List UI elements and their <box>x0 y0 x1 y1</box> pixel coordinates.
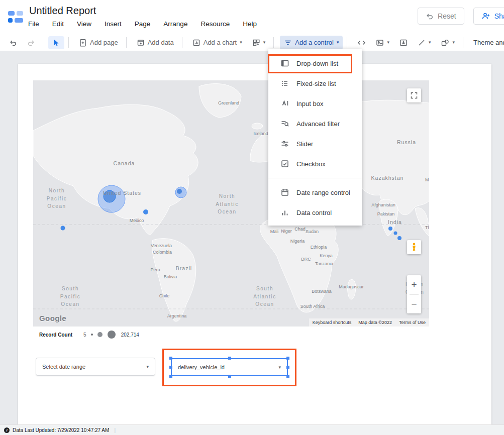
selection-handle[interactable] <box>286 375 289 378</box>
menu-edit[interactable]: Edit <box>52 20 64 28</box>
selection-handle[interactable] <box>228 357 231 360</box>
chevron-down-icon: ▾ <box>337 40 339 45</box>
legend-min-value: 5 <box>83 332 86 338</box>
menu-item-fixed-size-list[interactable]: Fixed-size list <box>268 73 362 93</box>
chevron-down-icon: ▾ <box>263 40 266 45</box>
select-cursor-tool[interactable] <box>48 36 64 49</box>
menu-help[interactable]: Help <box>243 20 257 28</box>
date-range-control[interactable]: Select date range ▾ <box>36 358 155 376</box>
reset-button[interactable]: Reset <box>418 8 464 25</box>
menu-item-label: Checkbox <box>296 160 326 168</box>
person-add-icon <box>481 12 490 21</box>
chevron-down-icon: ▾ <box>146 365 149 369</box>
menu-arrange[interactable]: Arrange <box>163 20 187 28</box>
menu-item-date-range-control[interactable]: Date range control <box>268 182 362 202</box>
embed-code-button[interactable] <box>353 36 370 49</box>
menubar: File Edit View Insert Page Arrange Resou… <box>28 20 257 28</box>
menu-item-advanced-filter[interactable]: Advanced filter <box>268 114 362 134</box>
header-actions: Reset Share <box>418 8 504 25</box>
selection-handle[interactable] <box>286 357 289 360</box>
toolbar-separator <box>126 37 127 48</box>
add-data-button[interactable]: Add data <box>133 36 178 49</box>
menu-item-label: Drop-down list <box>296 60 338 67</box>
menu-item-label: Advanced filter <box>296 120 340 128</box>
shape-button[interactable]: ▾ <box>437 36 459 49</box>
report-canvas[interactable]: Greenland Iceland Russia Canada United S… <box>0 51 504 424</box>
zoom-control: + − <box>407 275 421 313</box>
geo-bubble-map[interactable]: Greenland Iceland Russia Canada United S… <box>33 80 429 327</box>
menu-item-input-box[interactable]: Input box <box>268 93 362 114</box>
toolbar-separator <box>273 37 274 48</box>
menu-resource[interactable]: Resource <box>200 20 230 28</box>
image-icon <box>376 39 384 47</box>
last-updated-text: Data Last Updated: 7/29/2022 10:47:27 AM <box>13 427 109 433</box>
line-icon <box>418 39 426 47</box>
redo-button[interactable] <box>23 36 39 49</box>
advanced-filter-icon <box>280 119 289 128</box>
terms-of-use-link[interactable]: Terms of Use <box>395 318 429 327</box>
menu-insert[interactable]: Insert <box>105 20 122 28</box>
add-page-button[interactable]: Add page <box>75 36 122 49</box>
share-label: Share <box>494 12 504 20</box>
menu-item-label: Data control <box>296 209 332 216</box>
report-title[interactable]: Untitled Report <box>29 5 96 17</box>
chevron-down-icon: ▾ <box>278 365 281 370</box>
selection-handle[interactable] <box>169 357 172 360</box>
selected-control-wrapper: delivery_vehicle_id ▾ <box>171 358 288 376</box>
vehicle-id-dropdown-control[interactable]: delivery_vehicle_id ▾ <box>171 358 288 376</box>
selection-handle[interactable] <box>169 366 172 369</box>
zoom-out-button[interactable]: − <box>407 295 421 314</box>
undo-button[interactable] <box>5 36 21 49</box>
line-button[interactable]: ▾ <box>414 36 435 49</box>
chevron-down-icon: ▾ <box>452 40 455 45</box>
shape-icon <box>441 39 449 47</box>
data-freshness-info-icon: i <box>4 427 10 433</box>
reset-label: Reset <box>438 12 456 20</box>
drop-down-list-icon <box>280 59 289 68</box>
selection-handle[interactable] <box>169 375 172 378</box>
record-count-legend: Record Count 5 202,714 <box>39 331 139 339</box>
add-chart-button[interactable]: Add a chart ▾ <box>188 36 246 49</box>
reset-undo-icon <box>426 12 434 20</box>
add-page-label: Add page <box>90 39 118 46</box>
menu-view[interactable]: View <box>77 20 91 28</box>
add-a-control-button[interactable]: Add a control ▾ <box>280 36 343 50</box>
datastudio-logo-icon[interactable] <box>7 9 24 26</box>
world-map-canvas <box>33 80 429 327</box>
keyboard-shortcuts-link[interactable]: Keyboard shortcuts <box>309 318 355 327</box>
share-button[interactable]: Share <box>473 8 504 25</box>
report-page[interactable]: Greenland Iceland Russia Canada United S… <box>18 64 491 424</box>
pegman-streetview-button[interactable] <box>407 240 421 254</box>
add-control-menu: Drop-down list Fixed-size list Input box <box>268 49 362 226</box>
legend-size-dot-medium <box>97 332 103 337</box>
toolbar-separator <box>347 37 347 48</box>
image-button[interactable]: ▾ <box>372 36 393 49</box>
toolbar-separator <box>68 37 69 48</box>
menu-item-label: Slider <box>296 140 313 148</box>
legend-title: Record Count <box>39 332 72 338</box>
date-range-label: Select date range <box>42 364 85 370</box>
text-box-button[interactable] <box>395 36 412 49</box>
selection-handle[interactable] <box>286 366 289 369</box>
toolbar-separator <box>463 37 463 48</box>
menu-item-drop-down-list[interactable]: Drop-down list <box>268 53 362 73</box>
theme-and-layout-button[interactable]: Theme and layout <box>469 36 504 49</box>
fullscreen-button[interactable] <box>407 88 421 102</box>
add-chart-icon <box>192 39 200 47</box>
zoom-in-button[interactable]: + <box>407 275 421 294</box>
community-visualizations-button[interactable]: ▾ <box>248 36 270 49</box>
app-header: Untitled Report File Edit View Insert Pa… <box>0 0 504 34</box>
input-box-icon <box>280 99 289 108</box>
menu-page[interactable]: Page <box>135 20 151 28</box>
menu-item-label: Fixed-size list <box>296 80 336 87</box>
selection-handle[interactable] <box>228 375 231 378</box>
fixed-size-list-icon <box>280 79 289 88</box>
menu-item-checkbox[interactable]: Checkbox <box>268 154 362 174</box>
add-data-label: Add data <box>148 39 174 46</box>
menu-item-data-control[interactable]: Data control <box>268 202 362 223</box>
menu-file[interactable]: File <box>28 20 39 28</box>
menu-item-slider[interactable]: Slider <box>268 134 362 154</box>
menu-item-label: Input box <box>296 100 324 107</box>
status-bar: i Data Last Updated: 7/29/2022 10:47:27 … <box>0 424 504 435</box>
chevron-down-icon: ▾ <box>387 40 389 45</box>
